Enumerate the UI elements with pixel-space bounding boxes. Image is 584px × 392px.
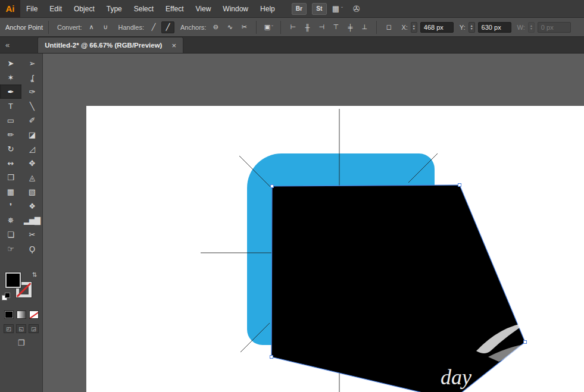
type-tool[interactable]: T (0, 99, 21, 113)
perspective-grid-tool[interactable]: ◬ (21, 170, 43, 184)
anchor-point[interactable] (524, 341, 527, 344)
fill-color-swatch[interactable] (5, 272, 21, 288)
collapse-panels-icon[interactable]: « (0, 40, 15, 49)
tab-close-icon[interactable]: × (171, 42, 176, 49)
handles-buttons: ╱╱ (147, 21, 174, 33)
x-label: X: (401, 24, 407, 31)
rectangle-tool[interactable]: ▭ (0, 113, 21, 127)
control-bar: Anchor Point Convert: ∧∪ Handles: ╱╱ Anc… (0, 18, 584, 37)
x-stepper[interactable]: ▲ ▼ (411, 22, 417, 33)
menu-item-object[interactable]: Object (68, 0, 101, 18)
align-top-button[interactable]: ⊤ (329, 21, 342, 33)
y-input[interactable] (478, 22, 511, 33)
draw-normal-button[interactable]: ◰ (4, 324, 14, 333)
eyedropper-tool[interactable]: ❜ (0, 199, 21, 213)
menu-item-select[interactable]: Select (128, 0, 160, 18)
workspace-switcher[interactable]: ▦ ˇ (332, 4, 343, 13)
align-v-center-button[interactable]: ╪ (343, 21, 357, 33)
divider (280, 21, 281, 34)
rotate-tool[interactable]: ↻ (0, 142, 21, 156)
hand-tool[interactable]: ☞ (0, 242, 21, 256)
stock-button[interactable]: St (312, 3, 327, 15)
cut-path-button[interactable]: ✂ (238, 21, 251, 33)
curvature-tool[interactable]: ✑ (21, 84, 43, 99)
width-tool[interactable]: ↭ (0, 156, 21, 170)
chevron-down-icon: ˇ (341, 6, 343, 12)
stepper-down-icon[interactable]: ▼ (470, 27, 473, 30)
paintbrush-tool[interactable]: ✐ (21, 113, 43, 127)
gradient-tool[interactable]: ▧ (21, 184, 43, 199)
align-left-button[interactable]: ⊢ (286, 21, 299, 33)
canvas-svg: day (43, 54, 584, 392)
menu-list: FileEditObjectTypeSelectEffectViewWindow… (20, 0, 281, 18)
w-label: W: (517, 24, 525, 31)
magic-wand-tool[interactable]: ✶ (0, 70, 21, 84)
color-button[interactable] (4, 311, 14, 319)
swap-fill-stroke-icon[interactable]: ⇄ (32, 272, 38, 277)
bridge-button[interactable]: Br (292, 3, 307, 15)
direct-selection-tool[interactable]: ➢ (21, 56, 43, 70)
convert-to-corner-button[interactable]: ∧ (85, 21, 98, 33)
document-tab-title: Untitled-2* @ 66.67% (RGB/Preview) (45, 42, 162, 49)
align-buttons: ⊢╫⊣⊤╪⊥ (286, 21, 371, 33)
slice-tool[interactable]: ✂ (21, 227, 43, 242)
anchor-point[interactable] (271, 185, 274, 188)
draw-inside-button[interactable]: ◲ (29, 324, 39, 333)
align-bottom-button[interactable]: ⊥ (358, 21, 371, 33)
align-h-center-button[interactable]: ╫ (301, 21, 314, 33)
lasso-tool[interactable]: ʆ (21, 70, 43, 84)
anchor-point[interactable] (270, 356, 273, 359)
symbol-sprayer-tool[interactable]: ✵ (0, 213, 21, 227)
cs-live-icon[interactable]: ✇ (353, 4, 360, 14)
menu-item-file[interactable]: File (20, 0, 43, 18)
zoom-tool[interactable]: Ϙ (21, 242, 43, 256)
menu-item-effect[interactable]: Effect (160, 0, 189, 18)
shape-builder-tool[interactable]: ❒ (0, 170, 21, 184)
free-transform-tool[interactable]: ✥ (21, 156, 43, 170)
show-handles-button[interactable]: ╱ (161, 21, 174, 33)
hide-handles-button[interactable]: ╱ (147, 21, 160, 33)
anchors-label: Anchors: (180, 24, 206, 31)
scale-tool[interactable]: ◿ (21, 142, 43, 156)
mesh-tool[interactable]: ▦ (0, 184, 21, 199)
artboard-tool[interactable]: ❏ (0, 227, 21, 242)
y-stepper[interactable]: ▲ ▼ (469, 22, 475, 33)
line-segment-tool[interactable]: ╲ (21, 99, 43, 113)
menu-item-edit[interactable]: Edit (43, 0, 68, 18)
eraser-tool[interactable]: ◪ (21, 127, 43, 142)
draw-mode-buttons: ◰◱◲ (0, 324, 42, 333)
menu-item-view[interactable]: View (190, 0, 217, 18)
anchor-point[interactable] (458, 184, 461, 187)
x-input[interactable] (420, 22, 454, 33)
illustrator-window: Ai FileEditObjectTypeSelectEffectViewWin… (0, 0, 584, 392)
draw-behind-button[interactable]: ◱ (16, 324, 26, 333)
menu-item-type[interactable]: Type (101, 0, 128, 18)
stepper-down-icon[interactable]: ▼ (413, 27, 416, 30)
watermark-text: day (441, 365, 471, 389)
handles-label: Handles: (118, 24, 144, 31)
default-fill-stroke-icon[interactable] (2, 293, 11, 300)
document-tab[interactable]: Untitled-2* @ 66.67% (RGB/Preview) × (38, 37, 183, 53)
tools-grid: ➤➢✶ʆ✒✑T╲▭✐✏◪↻◿↭✥❒◬▦▧❜❖✵▂▅▇❏✂☞Ϙ (0, 54, 42, 256)
screen-mode-button[interactable]: ❐ (18, 338, 25, 347)
selection-tool[interactable]: ➤ (0, 56, 21, 70)
none-button[interactable] (29, 311, 39, 319)
connect-anchors-button[interactable]: ∿ (223, 21, 236, 33)
remove-anchor-button[interactable]: ⊖ (209, 21, 222, 33)
convert-to-smooth-button[interactable]: ∪ (99, 21, 113, 33)
menu-item-window[interactable]: Window (217, 0, 254, 18)
divider (256, 21, 257, 34)
blend-tool[interactable]: ❖ (21, 199, 43, 213)
screen-mode-row: ❐ (0, 338, 42, 347)
isolate-selected-object-button[interactable]: ▣ ˇ (262, 21, 275, 33)
align-right-button[interactable]: ⊣ (315, 21, 328, 33)
transform-reference-icon[interactable]: ◻ (382, 21, 395, 33)
control-bar-title: Anchor Point (5, 24, 43, 31)
app-logo-icon[interactable]: Ai (0, 0, 20, 18)
menu-item-help[interactable]: Help (254, 0, 281, 18)
gradient-button[interactable] (17, 311, 26, 319)
column-graph-tool[interactable]: ▂▅▇ (21, 213, 43, 227)
pen-tool[interactable]: ✒ (0, 84, 21, 99)
pencil-tool[interactable]: ✏ (0, 127, 21, 142)
canvas-area[interactable]: day (43, 54, 584, 392)
